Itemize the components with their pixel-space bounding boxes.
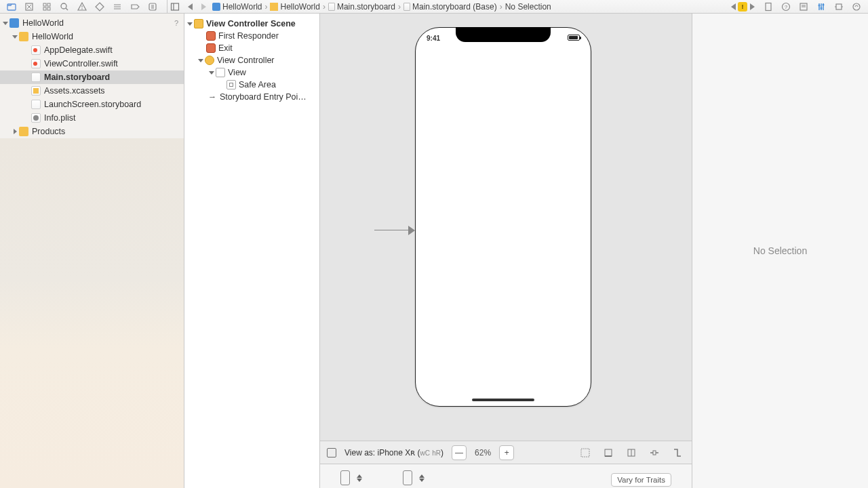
related-back-icon[interactable] bbox=[728, 2, 738, 12]
view-as-label[interactable]: View as: iPhone Xʀ (wC hR) bbox=[344, 448, 443, 458]
connections-inspector-icon[interactable] bbox=[852, 2, 861, 12]
stepper-icon[interactable] bbox=[419, 474, 425, 482]
outline-safe-area[interactable]: Safe Area bbox=[184, 79, 319, 91]
debug-icon[interactable] bbox=[113, 2, 122, 12]
nav-project-root[interactable]: HelloWorld ? bbox=[0, 16, 184, 30]
folder-icon[interactable] bbox=[7, 2, 16, 12]
svg-rect-38 bbox=[605, 449, 612, 456]
zoom-out-button[interactable]: — bbox=[452, 445, 467, 460]
search-icon[interactable] bbox=[60, 2, 69, 12]
size-inspector-icon[interactable] bbox=[834, 2, 844, 12]
inspector-tab-icons: ? bbox=[757, 2, 868, 12]
swift-file-icon bbox=[31, 45, 41, 55]
nav-back-button[interactable] bbox=[185, 2, 195, 12]
outline-exit[interactable]: Exit bbox=[184, 42, 319, 54]
vary-for-traits-button[interactable]: Vary for Traits bbox=[611, 473, 671, 487]
align-icon[interactable] bbox=[601, 445, 616, 460]
resolve-issues-icon[interactable] bbox=[647, 445, 662, 460]
folder-icon bbox=[19, 127, 28, 136]
scene-icon bbox=[194, 19, 203, 28]
crumb-label: Main.storyboard (Base) bbox=[412, 2, 497, 12]
svg-point-30 bbox=[818, 4, 821, 6]
crumb-group[interactable]: HelloWorld bbox=[270, 2, 319, 12]
storyboard-file-icon bbox=[31, 73, 41, 82]
crumb-label: HelloWorld bbox=[222, 2, 262, 12]
nav-group[interactable]: HelloWorld bbox=[0, 30, 184, 43]
outline-view[interactable]: View bbox=[184, 66, 319, 79]
disclosure-triangle-icon[interactable] bbox=[209, 71, 214, 75]
warning-badge-icon[interactable]: ! bbox=[738, 2, 747, 12]
issue-icon[interactable] bbox=[77, 2, 87, 12]
report-icon[interactable] bbox=[148, 2, 157, 12]
entry-point-arrow-icon[interactable] bbox=[374, 224, 415, 237]
nav-forward-button[interactable] bbox=[199, 2, 208, 12]
outline-first-responder[interactable]: First Responder bbox=[184, 30, 319, 42]
outline-scene[interactable]: View Controller Scene bbox=[184, 18, 319, 30]
outline-entry-point[interactable]: → Storyboard Entry Poi… bbox=[184, 91, 319, 103]
device-selector[interactable] bbox=[340, 470, 362, 488]
embed-in-icon[interactable] bbox=[578, 445, 593, 460]
nav-file-viewcontroller[interactable]: ViewController.swift bbox=[0, 57, 184, 70]
crumb-file[interactable]: Main.storyboard bbox=[328, 2, 395, 12]
help-indicator[interactable]: ? bbox=[174, 19, 178, 27]
zoom-level[interactable]: 62% bbox=[475, 448, 491, 458]
outline-view-controller[interactable]: View Controller bbox=[184, 54, 319, 66]
outline-toggle-icon[interactable] bbox=[170, 2, 180, 12]
nav-label: HelloWorld bbox=[32, 32, 178, 41]
test-icon[interactable] bbox=[95, 2, 104, 12]
nav-file-appdelegate[interactable]: AppDelegate.swift bbox=[0, 43, 184, 57]
nav-label: Main.storyboard bbox=[44, 73, 178, 82]
nav-file-launchscreen[interactable]: LaunchScreen.storyboard bbox=[0, 98, 184, 111]
disclosure-triangle-icon[interactable] bbox=[3, 22, 8, 25]
device-config-icon[interactable] bbox=[327, 448, 336, 458]
source-control-icon[interactable] bbox=[24, 2, 34, 12]
toolbar-divider bbox=[167, 0, 167, 13]
outline-label: Safe Area bbox=[239, 80, 276, 89]
svg-point-8 bbox=[61, 3, 66, 9]
crumb-base[interactable]: Main.storyboard (Base) bbox=[403, 2, 497, 12]
related-forward-icon[interactable] bbox=[747, 2, 757, 12]
crumb-project[interactable]: HelloWorld bbox=[212, 2, 262, 12]
nav-label: LaunchScreen.storyboard bbox=[44, 100, 178, 109]
svg-rect-37 bbox=[581, 449, 589, 457]
disclosure-triangle-icon[interactable] bbox=[12, 35, 18, 39]
nav-products-group[interactable]: Products bbox=[0, 125, 184, 138]
breakpoint-icon[interactable] bbox=[130, 2, 140, 12]
navigator-footer bbox=[0, 138, 184, 488]
inspector-panel: No Selection bbox=[692, 14, 868, 488]
symbol-icon[interactable] bbox=[42, 2, 52, 12]
stepper-icon[interactable] bbox=[357, 474, 362, 482]
pin-icon[interactable] bbox=[624, 445, 639, 460]
crumb-selection[interactable]: No Selection bbox=[505, 2, 551, 12]
attributes-inspector-icon[interactable] bbox=[816, 2, 826, 12]
nav-label: ViewController.swift bbox=[44, 59, 178, 68]
disclosure-triangle-icon[interactable] bbox=[14, 129, 17, 134]
svg-rect-6 bbox=[43, 7, 46, 10]
svg-rect-33 bbox=[836, 4, 842, 9]
outline-label: View Controller bbox=[217, 56, 275, 65]
disclosure-triangle-icon[interactable] bbox=[198, 59, 203, 62]
plist-file-icon bbox=[31, 113, 41, 123]
identity-inspector-icon[interactable] bbox=[799, 2, 808, 12]
folder-icon bbox=[19, 32, 28, 41]
disclosure-triangle-icon[interactable] bbox=[187, 22, 193, 26]
zoom-in-button[interactable]: + bbox=[499, 445, 514, 460]
outline-label: View Controller Scene bbox=[206, 19, 296, 28]
nav-file-main-storyboard[interactable]: Main.storyboard bbox=[0, 70, 184, 84]
file-inspector-icon[interactable] bbox=[764, 2, 773, 12]
nav-file-assets[interactable]: Assets.xcassets bbox=[0, 84, 184, 98]
update-frames-icon[interactable] bbox=[670, 445, 685, 460]
home-indicator bbox=[472, 399, 534, 401]
crumb-label: No Selection bbox=[505, 2, 551, 12]
device-preview[interactable]: 9:41 bbox=[415, 27, 591, 407]
help-inspector-icon[interactable]: ? bbox=[781, 2, 791, 12]
battery-icon bbox=[568, 35, 580, 41]
top-toolbar: HelloWorld › HelloWorld › Main.storyboar… bbox=[0, 0, 868, 14]
svg-point-11 bbox=[81, 8, 83, 9]
orientation-selector[interactable] bbox=[403, 470, 425, 488]
nav-file-infoplist[interactable]: Info.plist bbox=[0, 111, 184, 125]
canvas[interactable]: 9:41 bbox=[320, 14, 692, 441]
jump-bar[interactable]: HelloWorld › HelloWorld › Main.storyboar… bbox=[208, 2, 728, 12]
device-trait-bar: Vary for Traits bbox=[320, 464, 692, 488]
interface-builder-canvas: 9:41 View as: iPhone Xʀ (wC hR) — 62% + bbox=[320, 14, 692, 488]
